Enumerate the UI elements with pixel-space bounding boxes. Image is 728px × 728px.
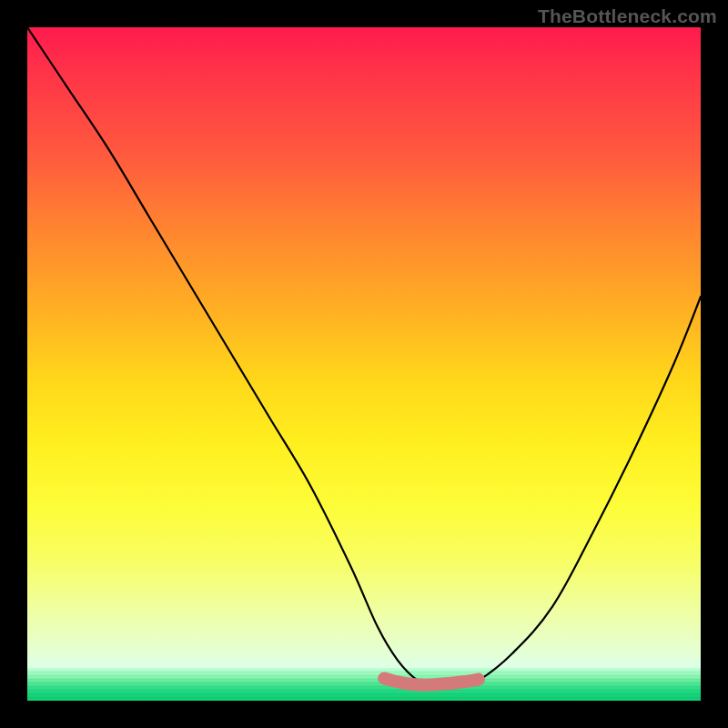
bottleneck-curve (27, 27, 701, 688)
watermark-text: TheBottleneck.com (538, 5, 717, 27)
curve-layer (27, 27, 701, 701)
optimal-range-highlight (384, 678, 479, 684)
chart-plot-area (27, 27, 701, 701)
chart-stage: TheBottleneck.com (0, 0, 728, 728)
